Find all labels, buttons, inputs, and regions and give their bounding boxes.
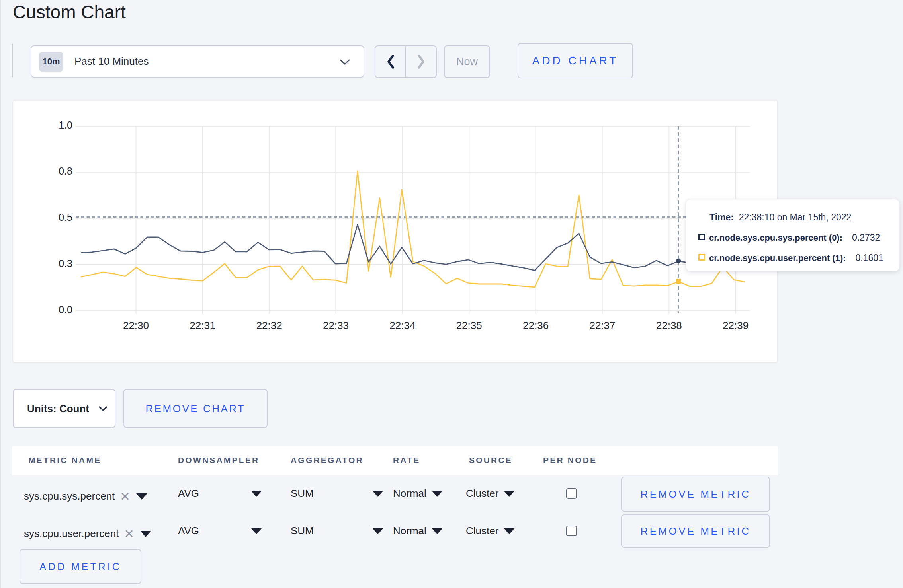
svg-text:0.3: 0.3 xyxy=(59,258,72,269)
svg-text:0.5: 0.5 xyxy=(59,212,72,223)
svg-text:22:39: 22:39 xyxy=(723,319,749,331)
svg-text:0.8: 0.8 xyxy=(59,165,72,177)
svg-text:1.0: 1.0 xyxy=(59,119,72,130)
svg-text:22:38: 22:38 xyxy=(656,319,682,331)
svg-text:22:33: 22:33 xyxy=(323,319,349,331)
svg-text:22:30: 22:30 xyxy=(123,319,149,331)
svg-text:0.0: 0.0 xyxy=(59,304,72,315)
svg-text:22:31: 22:31 xyxy=(190,319,215,331)
svg-text:22:35: 22:35 xyxy=(456,319,482,331)
svg-text:22:34: 22:34 xyxy=(389,319,415,331)
svg-text:22:36: 22:36 xyxy=(523,319,549,331)
svg-text:22:32: 22:32 xyxy=(256,319,282,331)
svg-text:22:37: 22:37 xyxy=(589,319,615,331)
